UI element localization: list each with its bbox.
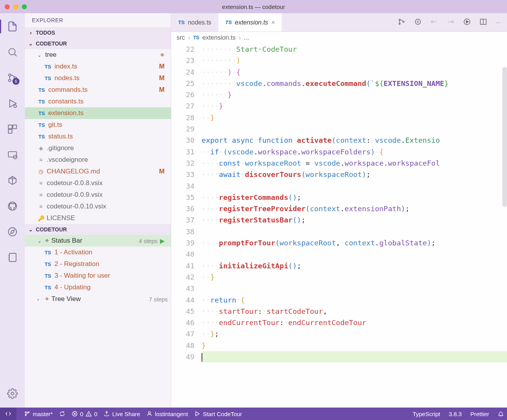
titlebar: extension.ts — codetour [0,0,507,13]
file-row[interactable]: TS status.ts [25,131,171,142]
svg-point-0 [9,49,15,55]
language-mode[interactable]: TypeScript [412,411,440,417]
scrollbar[interactable] [502,67,507,207]
tour-step[interactable]: TS 1 - Activation [25,247,171,258]
chevron-right-icon: › [28,30,33,36]
chevron-down-icon: ⌄ [37,52,43,58]
github-tab[interactable] [3,197,22,215]
file-row[interactable]: ≡ .vscodeignore [25,154,171,166]
go-back-icon[interactable] [414,18,422,27]
section-project[interactable]: ⌄ CODETOUR [25,38,171,49]
chevron-down-icon: ⌄ [28,226,33,233]
split-editor-icon[interactable] [479,18,487,27]
tab-extension[interactable]: TS extension.ts × [218,13,282,32]
section-codetour[interactable]: ⌄ CODETOUR [25,224,171,235]
gear-icon [7,388,18,399]
file-row[interactable]: TS commands.ts M [25,84,171,96]
ts-version[interactable]: 3.8.3 [449,411,461,417]
tour-row[interactable]: ⌄ ⌖ Status Bar 4 steps ▶ [25,235,171,247]
svg-point-26 [452,21,454,23]
file-row[interactable]: TS index.ts M [25,61,171,72]
scm-tab[interactable]: 6 [3,68,22,87]
file-name: git.ts [48,121,168,129]
play-icon[interactable]: ▶ [160,237,165,245]
tour-step[interactable]: TS 3 - Waiting for user [25,270,171,282]
code-editor[interactable]: 2223242526272829303132333435363738394041… [171,44,507,408]
file-name: CHANGELOG.md [47,168,157,175]
step-name: 4 - Updating [54,284,168,291]
typescript-icon: TS [37,87,46,93]
explorer-tab[interactable] [3,17,22,36]
compare-icon[interactable] [398,18,405,27]
remote-button[interactable] [0,408,16,420]
codetour-tab[interactable] [3,222,22,241]
settings-tab[interactable] [3,384,22,403]
branch-icon [24,411,30,417]
maximize-window-button[interactable] [22,4,27,9]
file-row[interactable]: ◷ CHANGELOG.md M [25,166,171,177]
more-actions-icon[interactable]: ··· [496,19,500,25]
problems[interactable]: 0 0 [72,411,98,417]
close-window-button[interactable] [5,4,10,9]
tour-step[interactable]: TS 4 - Updating [25,282,171,293]
file-name: index.ts [54,63,157,70]
liveshare-label: Live Share [112,411,140,417]
close-tab-button[interactable]: × [271,19,275,26]
file-row[interactable]: 🔑 LICENSE [25,212,171,224]
run-icon[interactable] [463,18,471,27]
status-bar: master* 0 0 Live Share lostintangent Sta… [0,408,507,420]
liveshare-tab[interactable] [3,171,22,190]
extensions-tab[interactable] [3,120,22,138]
history-icon: ◷ [37,168,44,175]
debug-tab[interactable] [3,94,22,113]
tab-bar: TS nodes.ts TS extension.ts × ··· [171,13,507,32]
debug-icon [7,98,18,109]
search-icon [7,47,18,58]
location-icon: ⌖ [45,295,49,303]
file-name: codetour-0.0.8.vsix [47,179,168,187]
step-name: 3 - Waiting for user [54,272,168,280]
file-name: LICENSE [47,214,168,222]
line-numbers: 2223242526272829303132333435363738394041… [171,44,202,408]
window-controls [5,4,27,9]
tour-step[interactable]: TS 2 - Registration [25,258,171,270]
section-todos-label: TODOS [36,30,55,36]
file-name: .gitignore [47,144,168,152]
file-name: codetour-0.0.9.vsix [47,191,168,199]
sync-button[interactable] [59,411,65,417]
chevron-icon: ⌄ [37,238,43,244]
folder-tree[interactable]: ⌄ tree [25,49,171,61]
prev-step-icon[interactable] [430,18,438,27]
svg-point-24 [432,21,433,23]
notebook-icon [7,252,18,263]
liveshare-status[interactable]: Live Share [104,411,140,417]
key-icon: 🔑 [37,215,44,221]
chevron-right-icon: › [188,34,190,41]
prettier-status[interactable]: Prettier [470,411,489,417]
notifications[interactable] [498,411,504,417]
tour-row[interactable]: › ⌖ Tree View 7 steps [25,293,171,305]
bookmarks-tab[interactable] [3,248,22,267]
minimize-window-button[interactable] [13,4,18,9]
tab-nodes[interactable]: TS nodes.ts [171,13,218,32]
search-tab[interactable] [3,43,22,61]
sidebar-title: EXPLORER [25,13,171,27]
section-todos[interactable]: › TODOS [25,27,171,38]
file-row[interactable]: TS extension.ts [25,107,171,119]
typescript-icon: TS [44,64,52,70]
file-row[interactable]: TS git.ts [25,119,171,131]
account-status[interactable]: lostintangent [146,411,188,417]
code-content[interactable]: ········Start·CodeTour ········) ······)… [202,44,507,408]
next-step-icon[interactable] [447,18,454,27]
file-row[interactable]: TS nodes.ts M [25,72,171,84]
typescript-icon: TS [37,110,46,116]
codetour-status[interactable]: Start CodeTour [194,411,242,417]
file-row[interactable]: ≡ codetour-0.0.8.vsix [25,177,171,189]
file-row[interactable]: TS constants.ts [25,96,171,107]
breadcrumb[interactable]: src › TS extension.ts › ... [171,32,507,44]
file-row[interactable]: ≡ codetour-0.0.9.vsix [25,189,171,201]
file-row[interactable]: ≡ codetour-0.0.10.vsix [25,201,171,212]
file-row[interactable]: ◈ .gitignore [25,142,171,154]
git-branch[interactable]: master* [24,411,53,417]
remote-tab[interactable] [3,145,22,164]
